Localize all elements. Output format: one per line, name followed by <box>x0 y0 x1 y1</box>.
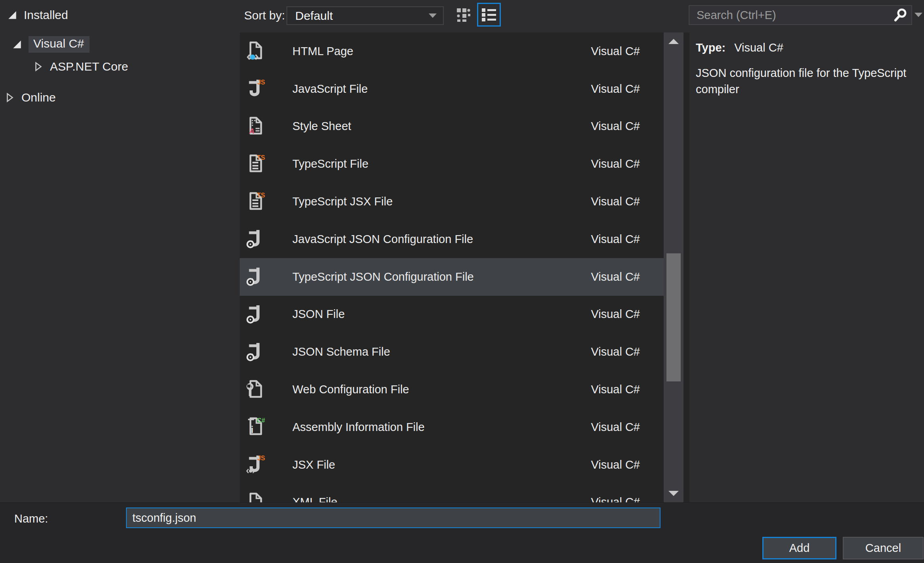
search-icon[interactable] <box>892 7 908 23</box>
list-item[interactable]: JSJSX FileVisual C# <box>240 446 664 484</box>
xml-file-icon <box>246 492 267 502</box>
list-item-label: TypeScript JSX File <box>292 195 393 208</box>
list-item-category: Visual C# <box>591 157 640 170</box>
small-icons-view-icon <box>456 7 472 23</box>
scrollbar-thumb[interactable] <box>666 253 681 381</box>
list-item-label: Web Configuration File <box>292 383 409 396</box>
list-item-category: Visual C# <box>591 195 640 208</box>
list-item[interactable]: JavaScript JSON Configuration FileVisual… <box>240 220 664 258</box>
json-config-icon <box>246 304 267 325</box>
list-item-label: Style Sheet <box>292 120 351 133</box>
assembly-info-icon: iC# <box>246 417 267 437</box>
list-item-category: Visual C# <box>591 82 640 96</box>
svg-text:JS: JS <box>257 79 265 86</box>
list-item-category: Visual C# <box>591 458 640 471</box>
scroll-up-icon[interactable] <box>668 39 679 44</box>
tree-node-label: Installed <box>24 8 68 22</box>
tree-node-installed[interactable]: Installed <box>7 6 68 24</box>
list-item-category: Visual C# <box>591 308 640 321</box>
list-item-label: JavaScript JSON Configuration File <box>292 233 473 246</box>
list-item-category: Visual C# <box>591 496 640 502</box>
list-view-icon <box>481 6 497 23</box>
list-item-category: Visual C# <box>591 45 640 58</box>
jsx-file-icon: JS <box>246 454 267 475</box>
svg-text:TS: TS <box>257 154 265 161</box>
list-item-label: JSX File <box>292 458 335 471</box>
file-name-input[interactable] <box>126 507 661 528</box>
tree-node-label-selected: Visual C# <box>29 36 90 53</box>
list-item[interactable]: TSTypeScript FileVisual C# <box>240 145 664 183</box>
list-item-label: JSON Schema File <box>292 345 390 358</box>
list-item-selected[interactable]: TypeScript JSON Configuration FileVisual… <box>240 258 664 296</box>
template-tree: Installed Visual C# ASP.NET Core Online <box>0 0 240 502</box>
tree-node-label: ASP.NET Core <box>50 60 128 73</box>
list-item[interactable]: TSTypeScript JSX FileVisual C# <box>240 183 664 220</box>
template-rows: HTML PageVisual C#JSJavaScript FileVisua… <box>240 33 664 502</box>
svg-text:C#: C# <box>257 417 265 424</box>
name-label: Name: <box>14 512 48 525</box>
type-value: Visual C# <box>734 41 783 54</box>
svg-text:TS: TS <box>257 192 265 199</box>
collapsed-triangle-icon[interactable] <box>5 92 15 103</box>
list-item[interactable]: AStyle SheetVisual C# <box>240 108 664 146</box>
list-item[interactable]: iC#Assembly Information FileVisual C# <box>240 408 664 446</box>
web-config-icon <box>246 379 267 400</box>
html-page-icon <box>246 41 267 61</box>
list-item-category: Visual C# <box>591 233 640 246</box>
typescript-file-icon: TS <box>246 154 267 174</box>
list-item-label: XML File <box>292 496 337 502</box>
chevron-down-icon <box>429 13 437 18</box>
json-config-icon <box>246 229 267 249</box>
list-item-label: Assembly Information File <box>292 421 425 434</box>
expanded-triangle-icon[interactable] <box>7 10 17 20</box>
list-item-category: Visual C# <box>591 120 640 133</box>
list-item-label: TypeScript File <box>292 157 368 170</box>
svg-text:A: A <box>249 127 254 135</box>
list-item[interactable]: JSON FileVisual C# <box>240 296 664 333</box>
typescript-file-icon: TS <box>246 191 267 212</box>
add-new-item-dialog: Installed Visual C# ASP.NET Core Online … <box>0 0 924 563</box>
list-item-label: JSON File <box>292 308 345 321</box>
tree-node-label: Online <box>21 91 56 104</box>
list-item-category: Visual C# <box>591 270 640 283</box>
template-type-line: Type:Visual C# <box>696 41 783 54</box>
list-item-category: Visual C# <box>591 345 640 358</box>
list-item[interactable]: Web Configuration FileVisual C# <box>240 371 664 408</box>
sort-by-dropdown[interactable]: Default <box>286 6 444 25</box>
cancel-button[interactable]: Cancel <box>843 537 924 559</box>
style-sheet-icon: A <box>246 116 267 137</box>
list-item[interactable]: HTML PageVisual C# <box>240 33 664 70</box>
dialog-footer: Name: Add Cancel <box>0 502 924 563</box>
template-list-pane: HTML PageVisual C#JSJavaScript FileVisua… <box>240 33 689 502</box>
sort-by-label: Sort by: <box>244 9 285 22</box>
svg-text:JS: JS <box>257 455 265 462</box>
list-view-button[interactable] <box>477 3 501 27</box>
list-item[interactable]: JSJavaScript FileVisual C# <box>240 70 664 108</box>
list-item-label: HTML Page <box>292 45 353 58</box>
tree-node-aspnet-core[interactable]: ASP.NET Core <box>33 58 128 75</box>
scroll-down-icon[interactable] <box>668 491 679 496</box>
small-icons-view-button[interactable] <box>452 4 475 26</box>
list-item-label: JavaScript File <box>292 82 368 96</box>
template-description: JSON configuration file for the TypeScri… <box>696 65 924 98</box>
json-config-icon <box>246 266 267 287</box>
sort-by-value: Default <box>295 9 333 23</box>
json-config-icon <box>246 342 267 362</box>
list-item-category: Visual C# <box>591 383 640 396</box>
list-item[interactable]: JSON Schema FileVisual C# <box>240 333 664 371</box>
expanded-triangle-icon[interactable] <box>12 39 22 50</box>
search-input[interactable] <box>689 9 892 22</box>
tree-node-online[interactable]: Online <box>5 89 56 106</box>
javascript-file-icon: JS <box>246 79 267 99</box>
tree-node-visual-csharp[interactable]: Visual C# <box>12 36 90 53</box>
svg-text:i: i <box>251 424 254 435</box>
add-button[interactable]: Add <box>762 537 836 559</box>
search-box <box>689 5 912 25</box>
list-item-category: Visual C# <box>591 421 640 434</box>
type-label: Type: <box>696 41 725 54</box>
vertical-scrollbar[interactable] <box>664 33 683 502</box>
list-item[interactable]: XML FileVisual C# <box>240 484 664 502</box>
list-item-label: TypeScript JSON Configuration File <box>292 270 474 283</box>
search-options-chevron-icon[interactable] <box>914 13 922 17</box>
collapsed-triangle-icon[interactable] <box>33 61 44 72</box>
